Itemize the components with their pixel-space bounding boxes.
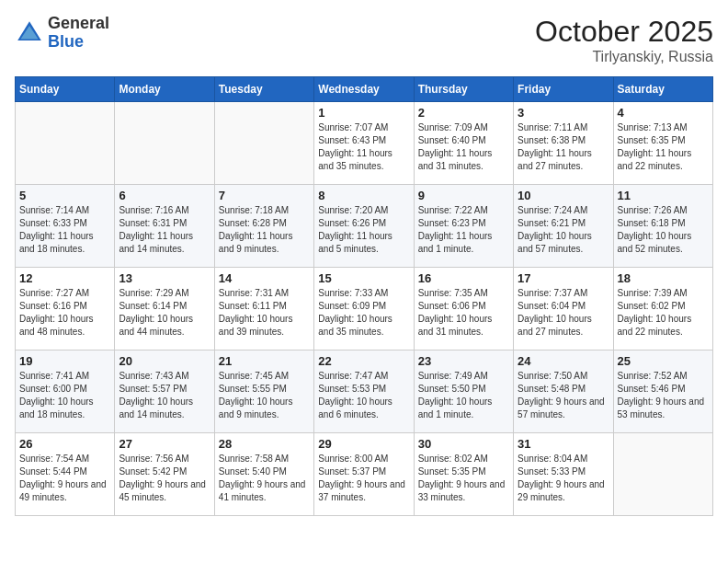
- day-number: 25: [618, 354, 709, 368]
- calendar-cell: 13Sunrise: 7:29 AM Sunset: 6:14 PM Dayli…: [115, 268, 214, 350]
- logo-icon: [15, 18, 44, 48]
- calendar-cell: 19Sunrise: 7:41 AM Sunset: 6:00 PM Dayli…: [16, 350, 115, 433]
- calendar-cell: 4Sunrise: 7:13 AM Sunset: 6:35 PM Daylig…: [613, 102, 712, 185]
- calendar-cell: 8Sunrise: 7:20 AM Sunset: 6:26 PM Daylig…: [314, 185, 414, 268]
- weekday-header: Sunday: [16, 77, 115, 102]
- day-info: Sunrise: 7:39 AM Sunset: 6:02 PM Dayligh…: [618, 287, 709, 339]
- calendar-cell: 17Sunrise: 7:37 AM Sunset: 6:04 PM Dayli…: [514, 268, 613, 350]
- calendar-cell: 31Sunrise: 8:04 AM Sunset: 5:33 PM Dayli…: [514, 433, 613, 516]
- calendar-week-row: 12Sunrise: 7:27 AM Sunset: 6:16 PM Dayli…: [16, 268, 713, 350]
- day-info: Sunrise: 7:41 AM Sunset: 6:00 PM Dayligh…: [19, 370, 110, 421]
- day-info: Sunrise: 7:26 AM Sunset: 6:18 PM Dayligh…: [618, 204, 709, 256]
- calendar-cell: 3Sunrise: 7:11 AM Sunset: 6:38 PM Daylig…: [514, 102, 613, 185]
- day-number: 12: [19, 271, 110, 285]
- logo-text: General Blue: [48, 15, 109, 52]
- day-number: 5: [19, 189, 110, 202]
- day-number: 18: [618, 271, 709, 285]
- calendar-cell: 12Sunrise: 7:27 AM Sunset: 6:16 PM Dayli…: [16, 268, 115, 350]
- day-info: Sunrise: 7:35 AM Sunset: 6:06 PM Dayligh…: [418, 287, 509, 339]
- day-info: Sunrise: 7:11 AM Sunset: 6:38 PM Dayligh…: [518, 121, 609, 173]
- day-info: Sunrise: 7:56 AM Sunset: 5:42 PM Dayligh…: [119, 453, 210, 504]
- day-info: Sunrise: 7:27 AM Sunset: 6:16 PM Dayligh…: [19, 287, 110, 339]
- day-number: 9: [418, 189, 509, 202]
- day-info: Sunrise: 7:31 AM Sunset: 6:11 PM Dayligh…: [219, 287, 310, 339]
- calendar-cell: 20Sunrise: 7:43 AM Sunset: 5:57 PM Dayli…: [115, 350, 214, 433]
- calendar-cell: 1Sunrise: 7:07 AM Sunset: 6:43 PM Daylig…: [314, 102, 414, 185]
- day-number: 4: [618, 106, 709, 120]
- day-number: 20: [119, 354, 210, 368]
- calendar-week-row: 1Sunrise: 7:07 AM Sunset: 6:43 PM Daylig…: [16, 102, 713, 185]
- day-number: 24: [518, 354, 609, 368]
- day-number: 14: [219, 271, 310, 285]
- calendar-cell: 23Sunrise: 7:49 AM Sunset: 5:50 PM Dayli…: [414, 350, 513, 433]
- calendar-cell: 16Sunrise: 7:35 AM Sunset: 6:06 PM Dayli…: [414, 268, 513, 350]
- calendar-cell: 30Sunrise: 8:02 AM Sunset: 5:35 PM Dayli…: [414, 433, 513, 516]
- day-number: 26: [19, 437, 110, 451]
- day-info: Sunrise: 7:37 AM Sunset: 6:04 PM Dayligh…: [518, 287, 609, 339]
- calendar-cell: 5Sunrise: 7:14 AM Sunset: 6:33 PM Daylig…: [16, 185, 115, 268]
- day-info: Sunrise: 7:54 AM Sunset: 5:44 PM Dayligh…: [19, 453, 110, 504]
- day-info: Sunrise: 7:52 AM Sunset: 5:46 PM Dayligh…: [618, 370, 709, 421]
- calendar-cell: 21Sunrise: 7:45 AM Sunset: 5:55 PM Dayli…: [214, 350, 313, 433]
- calendar-cell: 2Sunrise: 7:09 AM Sunset: 6:40 PM Daylig…: [414, 102, 513, 185]
- day-number: 1: [318, 106, 409, 120]
- day-info: Sunrise: 7:14 AM Sunset: 6:33 PM Dayligh…: [19, 204, 110, 256]
- title-block: October 2025 Tirlyanskiy, Russia: [535, 15, 713, 65]
- calendar-cell: [613, 433, 712, 516]
- day-info: Sunrise: 7:49 AM Sunset: 5:50 PM Dayligh…: [418, 370, 509, 421]
- day-info: Sunrise: 8:02 AM Sunset: 5:35 PM Dayligh…: [418, 453, 509, 504]
- day-info: Sunrise: 7:45 AM Sunset: 5:55 PM Dayligh…: [219, 370, 310, 421]
- day-number: 17: [518, 271, 609, 285]
- day-number: 13: [119, 271, 210, 285]
- day-number: 3: [518, 106, 609, 120]
- day-info: Sunrise: 7:18 AM Sunset: 6:28 PM Dayligh…: [219, 204, 310, 256]
- day-info: Sunrise: 7:33 AM Sunset: 6:09 PM Dayligh…: [318, 287, 409, 339]
- day-info: Sunrise: 7:47 AM Sunset: 5:53 PM Dayligh…: [318, 370, 409, 421]
- calendar-cell: 10Sunrise: 7:24 AM Sunset: 6:21 PM Dayli…: [514, 185, 613, 268]
- calendar-cell: 9Sunrise: 7:22 AM Sunset: 6:23 PM Daylig…: [414, 185, 513, 268]
- calendar-cell: [214, 102, 313, 185]
- day-info: Sunrise: 7:29 AM Sunset: 6:14 PM Dayligh…: [119, 287, 210, 339]
- calendar-cell: 27Sunrise: 7:56 AM Sunset: 5:42 PM Dayli…: [115, 433, 214, 516]
- weekday-header: Thursday: [414, 77, 513, 102]
- day-info: Sunrise: 8:04 AM Sunset: 5:33 PM Dayligh…: [518, 453, 609, 504]
- calendar-cell: 18Sunrise: 7:39 AM Sunset: 6:02 PM Dayli…: [613, 268, 712, 350]
- month-title: October 2025: [535, 15, 713, 49]
- calendar-cell: 25Sunrise: 7:52 AM Sunset: 5:46 PM Dayli…: [613, 350, 712, 433]
- day-info: Sunrise: 7:24 AM Sunset: 6:21 PM Dayligh…: [518, 204, 609, 256]
- day-info: Sunrise: 8:00 AM Sunset: 5:37 PM Dayligh…: [318, 453, 409, 504]
- calendar-week-row: 19Sunrise: 7:41 AM Sunset: 6:00 PM Dayli…: [16, 350, 713, 433]
- day-number: 22: [318, 354, 409, 368]
- day-number: 2: [418, 106, 509, 120]
- day-number: 8: [318, 189, 409, 202]
- day-info: Sunrise: 7:22 AM Sunset: 6:23 PM Dayligh…: [418, 204, 509, 256]
- logo: General Blue: [15, 15, 109, 52]
- location: Tirlyanskiy, Russia: [535, 49, 713, 65]
- day-info: Sunrise: 7:16 AM Sunset: 6:31 PM Dayligh…: [119, 204, 210, 256]
- day-info: Sunrise: 7:20 AM Sunset: 6:26 PM Dayligh…: [318, 204, 409, 256]
- day-number: 29: [318, 437, 409, 451]
- calendar-cell: 24Sunrise: 7:50 AM Sunset: 5:48 PM Dayli…: [514, 350, 613, 433]
- day-info: Sunrise: 7:43 AM Sunset: 5:57 PM Dayligh…: [119, 370, 210, 421]
- calendar-cell: 28Sunrise: 7:58 AM Sunset: 5:40 PM Dayli…: [214, 433, 313, 516]
- calendar-cell: 6Sunrise: 7:16 AM Sunset: 6:31 PM Daylig…: [115, 185, 214, 268]
- calendar-table: SundayMondayTuesdayWednesdayThursdayFrid…: [15, 76, 713, 516]
- day-number: 11: [618, 189, 709, 202]
- day-number: 19: [19, 354, 110, 368]
- day-number: 23: [418, 354, 509, 368]
- calendar-week-row: 5Sunrise: 7:14 AM Sunset: 6:33 PM Daylig…: [16, 185, 713, 268]
- weekday-header: Wednesday: [314, 77, 414, 102]
- weekday-header: Monday: [115, 77, 214, 102]
- day-number: 27: [119, 437, 210, 451]
- day-number: 10: [518, 189, 609, 202]
- weekday-header: Saturday: [613, 77, 712, 102]
- calendar-week-row: 26Sunrise: 7:54 AM Sunset: 5:44 PM Dayli…: [16, 433, 713, 516]
- day-number: 28: [219, 437, 310, 451]
- day-number: 30: [418, 437, 509, 451]
- calendar-cell: 11Sunrise: 7:26 AM Sunset: 6:18 PM Dayli…: [613, 185, 712, 268]
- weekday-header: Tuesday: [214, 77, 313, 102]
- calendar-cell: 29Sunrise: 8:00 AM Sunset: 5:37 PM Dayli…: [314, 433, 414, 516]
- calendar-cell: [115, 102, 214, 185]
- day-number: 7: [219, 189, 310, 202]
- day-info: Sunrise: 7:58 AM Sunset: 5:40 PM Dayligh…: [219, 453, 310, 504]
